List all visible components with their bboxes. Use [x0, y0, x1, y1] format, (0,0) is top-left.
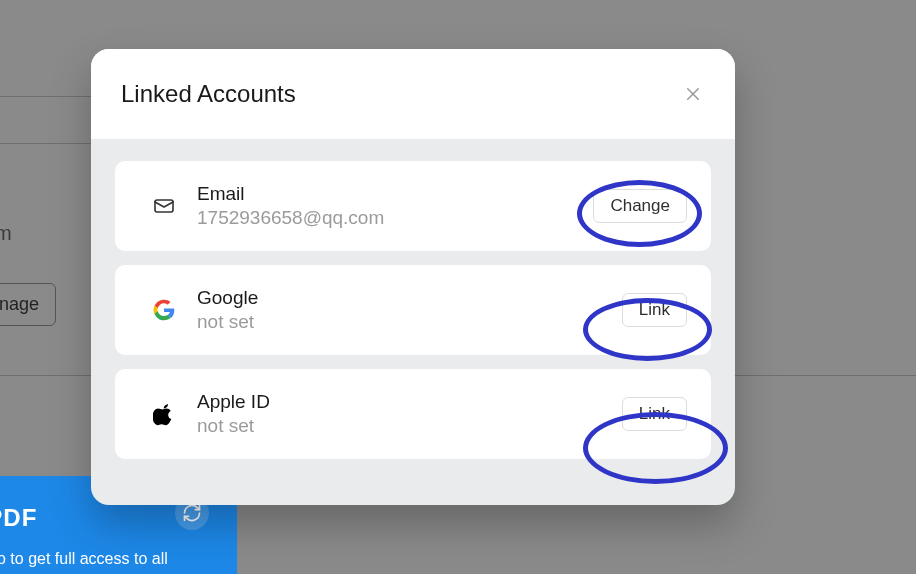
account-row-apple: Apple ID not set Link	[115, 369, 711, 459]
modal-body: Email 1752936658@qq.com Change Google no…	[91, 139, 735, 481]
modal-title: Linked Accounts	[121, 80, 296, 108]
account-row-email: Email 1752936658@qq.com Change	[115, 161, 711, 251]
account-row-texts: Apple ID not set	[197, 391, 622, 437]
email-icon	[145, 194, 183, 218]
account-value: not set	[197, 311, 622, 333]
account-label: Email	[197, 183, 593, 205]
google-icon	[145, 299, 183, 321]
bg-text-fragment: m	[0, 222, 12, 245]
account-label: Google	[197, 287, 622, 309]
apple-icon	[145, 402, 183, 426]
modal-header: Linked Accounts	[91, 49, 735, 139]
account-row-texts: Google not set	[197, 287, 622, 333]
account-label: Apple ID	[197, 391, 622, 413]
promo-text: o to get full access to all	[0, 550, 168, 568]
link-apple-button[interactable]: Link	[622, 397, 687, 431]
account-value: not set	[197, 415, 622, 437]
close-icon	[684, 85, 702, 103]
change-email-button[interactable]: Change	[593, 189, 687, 223]
account-row-texts: Email 1752936658@qq.com	[197, 183, 593, 229]
linked-accounts-modal: Linked Accounts Email 1752936658@qq.com …	[91, 49, 735, 505]
account-value: 1752936658@qq.com	[197, 207, 593, 229]
link-google-button[interactable]: Link	[622, 293, 687, 327]
account-row-google: Google not set Link	[115, 265, 711, 355]
promo-logo: JPDF	[0, 504, 37, 532]
svg-rect-2	[155, 200, 173, 212]
close-button[interactable]	[681, 82, 705, 106]
manage-button[interactable]: anage	[0, 283, 56, 326]
